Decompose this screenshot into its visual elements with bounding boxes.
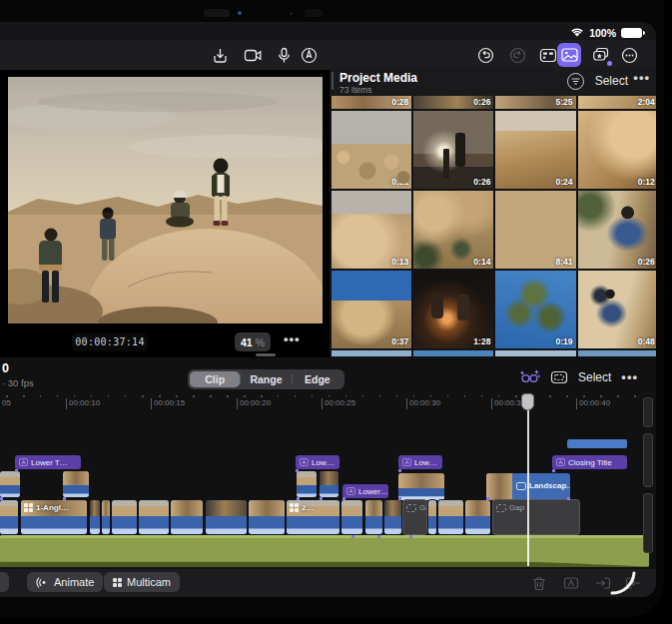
media-thumbnail[interactable]: 1:28 bbox=[413, 271, 493, 348]
media-thumbnail[interactable]: 0:28 bbox=[332, 96, 411, 109]
title-badge-icon: A bbox=[402, 458, 411, 466]
redo-icon[interactable] bbox=[505, 43, 529, 67]
connected-clip[interactable] bbox=[0, 471, 20, 497]
playhead-handle[interactable] bbox=[521, 393, 534, 410]
timecode-display[interactable]: 00:00:37:14 bbox=[72, 332, 148, 351]
music-audio-clip[interactable] bbox=[0, 535, 649, 567]
storyline-clip[interactable] bbox=[112, 500, 137, 534]
media-thumbnail[interactable]: 0:26 bbox=[413, 96, 493, 109]
media-thumbnail[interactable]: 0:26 bbox=[413, 111, 493, 189]
storyline-clip[interactable] bbox=[465, 500, 490, 534]
storyline-clip[interactable] bbox=[365, 500, 382, 534]
multicam-clip[interactable]: 1-Angl… bbox=[21, 500, 87, 534]
media-more-button[interactable]: ••• bbox=[633, 70, 650, 85]
media-select-button[interactable]: Select bbox=[595, 74, 628, 88]
edit-tools-icon[interactable] bbox=[519, 369, 540, 384]
title-clip[interactable]: ALower T… bbox=[15, 455, 81, 469]
connected-clip-label: Landscap… bbox=[516, 481, 570, 490]
media-thumbnail[interactable]: 2:04 bbox=[578, 96, 656, 109]
edit-mode-range[interactable]: Range bbox=[241, 371, 291, 387]
media-thumbnail[interactable] bbox=[332, 350, 411, 356]
connected-audio-bar[interactable] bbox=[567, 439, 627, 448]
media-thumbnail[interactable]: 0:37 bbox=[332, 271, 411, 348]
gap-clip[interactable]: Gap bbox=[493, 500, 579, 534]
storyline-clip[interactable] bbox=[438, 500, 463, 534]
clips-star-icon[interactable] bbox=[589, 43, 613, 67]
ruler-label: 00:00:15 bbox=[151, 398, 185, 409]
media-thumbnail[interactable]: 0:26 bbox=[578, 191, 656, 269]
microphone-icon[interactable] bbox=[272, 43, 296, 67]
clip-thumbnail bbox=[171, 500, 203, 516]
clip-duration: 0:37 bbox=[391, 336, 408, 346]
photos-icon[interactable] bbox=[557, 43, 581, 67]
animate-button[interactable]: Animate bbox=[27, 572, 103, 592]
storyline-clip[interactable] bbox=[90, 500, 100, 534]
import-icon[interactable] bbox=[208, 43, 232, 67]
connected-clip[interactable] bbox=[320, 471, 338, 497]
media-thumbnail[interactable]: 0:21 bbox=[332, 111, 411, 189]
storyline-clip[interactable] bbox=[384, 500, 401, 534]
storyline-clip[interactable] bbox=[0, 500, 18, 534]
filter-icon[interactable] bbox=[567, 73, 584, 90]
media-thumbnail[interactable]: 0:19 bbox=[495, 271, 575, 348]
bottom-toolbar: Animate Multicam bbox=[0, 569, 656, 597]
storyline-clip[interactable] bbox=[139, 500, 169, 534]
more-icon[interactable] bbox=[617, 43, 641, 67]
zoom-unit: % bbox=[256, 336, 265, 348]
timeline-scrollbar[interactable] bbox=[642, 397, 655, 549]
media-thumbnail[interactable]: 0:14 bbox=[413, 191, 493, 269]
zoom-level[interactable]: 41 % bbox=[235, 332, 271, 351]
blade-icon[interactable] bbox=[561, 573, 581, 593]
media-thumbnail[interactable] bbox=[495, 350, 575, 356]
clip-thumbnail bbox=[0, 500, 18, 516]
storyline-clip[interactable] bbox=[341, 500, 362, 534]
storyline-clip[interactable] bbox=[102, 500, 110, 534]
clip-waveform bbox=[365, 516, 382, 534]
connected-clip[interactable] bbox=[63, 471, 89, 497]
timeline-select-button[interactable]: Select bbox=[578, 370, 611, 384]
multicam-clip[interactable]: 2… bbox=[287, 500, 339, 534]
title-clip[interactable]: ALow… bbox=[296, 455, 339, 469]
media-thumbnail[interactable]: 5:25 bbox=[495, 96, 575, 109]
connected-clip[interactable] bbox=[297, 471, 317, 497]
connected-clip-audio[interactable] bbox=[398, 473, 444, 500]
storyline-clip[interactable] bbox=[171, 500, 203, 534]
clip-waveform bbox=[206, 516, 247, 534]
panel-resize-handle[interactable] bbox=[256, 353, 276, 356]
gap-clip[interactable]: Gap bbox=[403, 500, 426, 534]
title-clip[interactable]: ALower… bbox=[342, 484, 388, 498]
trash-icon[interactable] bbox=[529, 573, 549, 593]
media-thumbnail[interactable]: 0:13 bbox=[332, 191, 411, 269]
clip-wave-area bbox=[112, 516, 137, 534]
clip-duration: 1:28 bbox=[473, 336, 490, 346]
clip-waveform bbox=[63, 485, 89, 497]
title-clip[interactable]: ALow… bbox=[398, 455, 442, 469]
timeline-ruler[interactable]: 0500:00:1000:00:1500:00:2000:00:2500:00:… bbox=[0, 394, 649, 411]
edit-mode-segmented-control: ClipRangeEdge bbox=[188, 369, 344, 389]
pencil-icon[interactable] bbox=[297, 43, 321, 67]
title-badge-icon: A bbox=[346, 487, 355, 495]
storyline-clip[interactable] bbox=[206, 500, 247, 534]
undo-icon[interactable] bbox=[473, 43, 497, 67]
edit-mode-edge[interactable]: Edge bbox=[293, 371, 342, 387]
video-camera-icon[interactable] bbox=[241, 43, 265, 67]
media-thumbnail[interactable] bbox=[578, 350, 656, 356]
timeline-more-button[interactable]: ••• bbox=[621, 369, 638, 384]
clip-thumbnail bbox=[206, 500, 247, 516]
clip-wave-area bbox=[249, 516, 285, 534]
media-thumbnail[interactable]: 8:41 bbox=[495, 191, 575, 269]
storyline-clip[interactable] bbox=[249, 500, 285, 534]
media-thumbnail[interactable]: 0:12 bbox=[578, 111, 656, 189]
viewer-more-button[interactable]: ••• bbox=[284, 331, 301, 346]
media-thumbnail[interactable]: 0:48 bbox=[578, 271, 656, 348]
title-clip-label: Lower T… bbox=[31, 458, 68, 467]
clips-icon[interactable] bbox=[550, 370, 568, 384]
media-thumbnail[interactable] bbox=[413, 350, 493, 356]
edit-mode-clip[interactable]: Clip bbox=[190, 371, 240, 387]
media-thumbnail[interactable]: 0:24 bbox=[495, 111, 575, 189]
cutoff-button[interactable] bbox=[0, 572, 9, 592]
storyline-clip[interactable] bbox=[428, 500, 436, 534]
title-clip[interactable]: AClosing Title bbox=[552, 455, 627, 469]
multicam-button[interactable]: Multicam bbox=[104, 572, 180, 592]
multicam-label: Multicam bbox=[127, 576, 171, 588]
